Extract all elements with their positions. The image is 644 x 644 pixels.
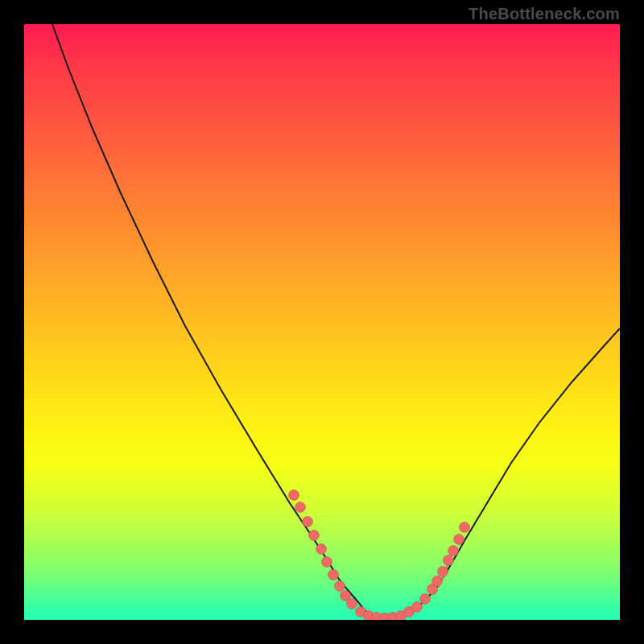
marker-dot bbox=[309, 530, 320, 541]
marker-dot bbox=[289, 490, 299, 501]
marker-dot bbox=[448, 546, 459, 556]
marker-dot bbox=[454, 535, 464, 545]
marker-dot bbox=[460, 522, 470, 533]
dot-group bbox=[289, 490, 470, 621]
marker-dot bbox=[444, 555, 454, 566]
marker-dot bbox=[432, 576, 443, 587]
marker-dot bbox=[335, 581, 345, 592]
marker-dot bbox=[322, 557, 332, 568]
marker-dot bbox=[347, 599, 357, 609]
marker-dot bbox=[412, 602, 423, 613]
watermark-text: TheBottleneck.com bbox=[469, 5, 620, 23]
marker-dot bbox=[420, 594, 431, 605]
marker-dot bbox=[303, 517, 313, 527]
marker-dot bbox=[438, 567, 448, 577]
chart-frame: TheBottleneck.com bbox=[0, 0, 644, 644]
plot-area bbox=[24, 24, 620, 620]
marker-dot bbox=[295, 502, 306, 513]
marker-dot bbox=[316, 544, 327, 555]
marker-dot bbox=[328, 570, 339, 580]
marker-layer bbox=[24, 24, 620, 620]
